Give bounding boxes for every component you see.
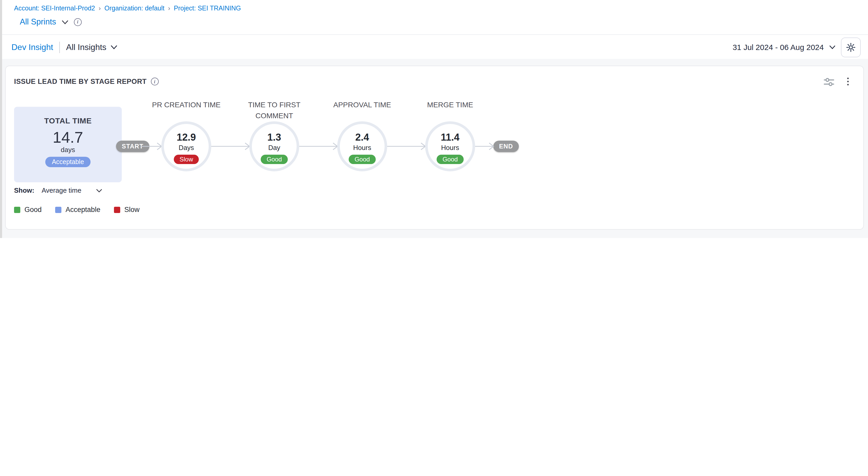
stage-unit: Day <box>252 144 297 152</box>
total-time-heading: TOTAL TIME <box>14 116 122 125</box>
window-edge <box>0 0 2 238</box>
total-time-value: 14.7 <box>14 129 122 146</box>
breadcrumb-account-link[interactable]: Account: SEI-Internal-Prod2 <box>14 5 95 12</box>
stage-rating-badge: Good <box>437 155 464 164</box>
breadcrumb-separator: › <box>168 5 170 12</box>
legend-swatch <box>114 207 120 213</box>
legend-swatch <box>14 207 20 213</box>
divider <box>59 41 60 53</box>
stage-rating-badge: Good <box>349 155 376 164</box>
flow-arrow <box>299 141 338 152</box>
show-label: Show: <box>14 186 34 194</box>
flow-arrow <box>387 141 426 152</box>
show-selector[interactable]: Show: Average time <box>14 186 103 194</box>
legend-label: Good <box>25 206 42 213</box>
stage-unit: Hours <box>428 144 472 152</box>
stage-value: 12.9 <box>164 132 209 143</box>
stage-rating-badge: Slow <box>174 155 199 164</box>
date-range-selector[interactable]: 31 Jul 2024 - 06 Aug 2024 <box>733 43 824 52</box>
stage-title: APPROVAL TIME <box>318 99 406 111</box>
stage-title: PR CREATION TIME <box>142 99 230 111</box>
info-icon: i <box>74 18 82 26</box>
card-title-text: ISSUE LEAD TIME BY STAGE REPORT <box>14 78 147 85</box>
sprint-selector-label[interactable]: All Sprints <box>20 17 56 27</box>
legend-label: Slow <box>124 206 140 213</box>
stage-value: 2.4 <box>340 132 384 143</box>
chevron-down-icon[interactable] <box>96 188 103 192</box>
dev-insight-link[interactable]: Dev Insight <box>11 42 53 52</box>
stage-pr-creation-time[interactable]: 12.9 Days Slow <box>161 121 211 171</box>
breadcrumb-organization-link[interactable]: Organization: default <box>104 5 164 12</box>
chevron-down-icon[interactable] <box>111 45 118 50</box>
page: Account: SEI-Internal-Prod2 › Organizati… <box>0 0 868 238</box>
stage-title: TIME TO FIRST COMMENT <box>230 99 318 121</box>
dashboard-content: ISSUE LEAD TIME BY STAGE REPORT i TOTAL … <box>0 59 868 238</box>
flow-arrow <box>211 141 250 152</box>
legend-item: Acceptable <box>55 206 100 213</box>
stage-approval-time[interactable]: 2.4 Hours Good <box>337 121 387 171</box>
legend-label: Acceptable <box>66 206 100 213</box>
more-options-icon[interactable] <box>846 77 850 86</box>
total-time-badge: Acceptable <box>45 157 91 167</box>
stage-value: 11.4 <box>428 132 472 143</box>
show-value[interactable]: Average time <box>42 186 82 194</box>
stage-time-to-first-comment[interactable]: 1.3 Day Good <box>249 121 299 171</box>
breadcrumb: Account: SEI-Internal-Prod2 › Organizati… <box>14 5 241 12</box>
stage-title: MERGE TIME <box>406 99 494 111</box>
flow-arrow <box>475 141 494 152</box>
settings-button[interactable] <box>841 37 861 57</box>
legend-swatch <box>55 207 61 213</box>
total-time-box: TOTAL TIME 14.7 days Acceptable <box>14 107 122 182</box>
chevron-down-icon[interactable] <box>61 20 69 24</box>
sprint-selector[interactable]: All Sprints i <box>20 17 82 27</box>
info-icon[interactable]: i <box>151 78 158 85</box>
legend-item: Good <box>14 206 42 213</box>
card-title: ISSUE LEAD TIME BY STAGE REPORT i <box>14 78 158 85</box>
flow-end-pill: END <box>493 141 519 152</box>
stage-merge-time[interactable]: 11.4 Hours Good <box>425 121 475 171</box>
lead-time-legend: GoodAcceptableSlow <box>14 206 140 213</box>
issue-lead-time-card: ISSUE LEAD TIME BY STAGE REPORT i TOTAL … <box>5 66 864 230</box>
stage-unit: Hours <box>340 144 384 152</box>
flow-arrow <box>141 141 162 152</box>
chevron-down-icon[interactable] <box>829 45 836 50</box>
insight-selector[interactable]: All Insights <box>66 42 106 52</box>
stage-unit: Days <box>164 144 209 152</box>
stage-rating-badge: Good <box>261 155 288 164</box>
insight-header: Dev Insight All Insights 31 Jul 2024 - 0… <box>0 34 868 60</box>
total-time-unit: days <box>14 146 122 154</box>
widget-settings-icon[interactable] <box>824 78 834 89</box>
breadcrumb-project-link[interactable]: Project: SEI TRAINING <box>174 5 241 12</box>
gear-icon <box>846 42 856 52</box>
stage-value: 1.3 <box>252 132 297 143</box>
legend-item: Slow <box>114 206 140 213</box>
breadcrumb-separator: › <box>99 5 101 12</box>
